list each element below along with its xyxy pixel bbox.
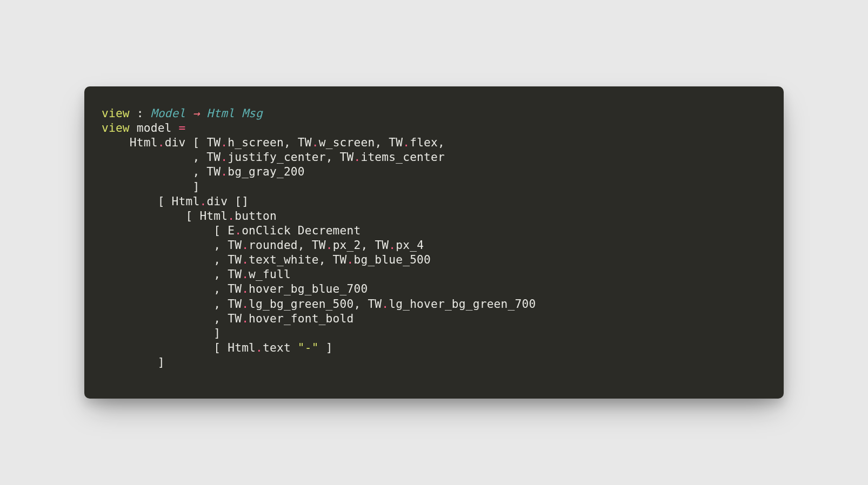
type-model: Model xyxy=(151,106,186,120)
type-html-msg: Html Msg xyxy=(206,106,263,120)
code-block: view : Model → Html Msg view model = Htm… xyxy=(102,106,766,369)
msg-decrement: Decrement xyxy=(298,224,361,237)
code-panel: view : Model → Html Msg view model = Htm… xyxy=(84,86,784,399)
string-literal: "-" xyxy=(298,341,319,354)
arrow: → xyxy=(185,106,206,120)
fn-name: view xyxy=(102,106,130,120)
fn-name: view xyxy=(102,121,130,134)
